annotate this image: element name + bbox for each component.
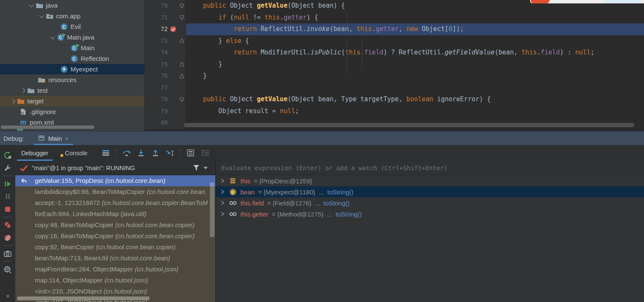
frame-row[interactable]: <init>:210, JSONObject (cn.hutool.json) — [15, 286, 215, 297]
tree-item-target[interactable]: target — [0, 96, 144, 106]
this-value-icon — [230, 178, 235, 183]
fold-marker-icon[interactable] — [180, 38, 184, 43]
chevron-down-icon[interactable] — [203, 167, 208, 169]
variable-row-this.getter[interactable]: this.getter= {Method@1275}...toString() — [216, 208, 644, 219]
chevron-right-icon[interactable] — [10, 99, 15, 103]
fold-marker-icon[interactable] — [180, 3, 184, 9]
view-breakpoints-button[interactable] — [0, 219, 15, 231]
wrench-button[interactable] — [0, 162, 15, 174]
code-line-71[interactable]: if (null != this.getter) { — [186, 12, 644, 24]
frame-row[interactable]: accept:-1, 1213216872 (cn.hutool.core.be… — [15, 197, 215, 208]
run-to-cursor-button[interactable] — [164, 147, 176, 160]
code-line-77[interactable] — [186, 82, 644, 94]
frame-location: copy:48, BeanToMapCopier — [35, 221, 115, 228]
variable-row-this[interactable]: this= {PropDesc@1259} — [216, 175, 644, 186]
indent-guide — [362, 24, 362, 70]
chevron-down-icon[interactable] — [29, 2, 34, 7]
tree-item-resources[interactable]: resources — [0, 74, 144, 85]
tree-item-label: Main.java — [67, 34, 94, 41]
fold-marker-icon[interactable] — [180, 97, 184, 102]
filter-funnel-icon[interactable] — [193, 165, 200, 171]
chevron-down-icon[interactable] — [39, 13, 44, 17]
step-into-button[interactable] — [135, 147, 147, 160]
stop-button[interactable] — [0, 203, 15, 216]
tostring-link[interactable]: toString() — [328, 188, 354, 196]
tostring-link[interactable]: toString() — [324, 199, 350, 207]
resume-button[interactable] — [0, 177, 15, 190]
tree-item-test[interactable]: test — [0, 85, 144, 96]
code-line-78[interactable]: public Object getValue(Object bean, Type… — [186, 94, 644, 105]
frame-row[interactable]: forEach:684, LinkedHashMap (java.util) — [15, 208, 215, 219]
rerun-icon — [3, 151, 12, 160]
variable-row-this.field[interactable]: this.field= {Field@1276}...toString() — [216, 197, 644, 208]
settings-dim-button[interactable] — [199, 147, 212, 160]
debug-session-tab-main[interactable]: Main × — [34, 131, 73, 145]
variables-list: this= {PropDesc@1259}pbean= {Myexpect@11… — [216, 175, 644, 219]
code-line-74[interactable]: return ModifierUtil.isPublic(this.field)… — [186, 47, 644, 59]
variable-row-bean[interactable]: pbean= {Myexpect@1180}...toString() — [216, 186, 644, 197]
frame-row[interactable]: lambda$copy$0:66, BeanToMapCopier (cn.hu… — [15, 186, 215, 197]
more-button[interactable]: » — [0, 289, 15, 302]
chevron-right-icon[interactable] — [221, 200, 224, 205]
frame-row[interactable]: beanToMap:713, BeanUtil (cn.hutool.core.… — [15, 253, 215, 264]
evaluate-expression-button[interactable] — [184, 147, 197, 160]
chevron-right-icon[interactable] — [221, 178, 224, 183]
code-line-73[interactable]: } else { — [186, 35, 644, 47]
popup-highlight-fragment — [605, 0, 641, 3]
frame-row[interactable]: copy:16, BeanToMapCopier (cn.hutool.core… — [15, 231, 215, 242]
lines3-button[interactable] — [99, 147, 112, 160]
frame-location: lambda$copy$0:66, BeanToMapCopier — [35, 188, 147, 195]
chevron-right-icon[interactable] — [20, 88, 25, 93]
frame-row[interactable]: copy:92, BeanCopier (cn.hutool.core.bean… — [15, 242, 215, 253]
tree-item-com.app[interactable]: com.app — [0, 11, 144, 21]
close-icon[interactable]: × — [65, 135, 69, 142]
tab-console[interactable]: Console — [54, 145, 93, 161]
tree-item-Main.java[interactable]: CMain.java — [0, 32, 144, 43]
frame-row[interactable]: map:114, ObjectMapper (cn.hutool.json) — [15, 275, 215, 286]
line-number: 76 — [145, 70, 168, 82]
editor-horizontal-scrollbar[interactable] — [184, 123, 634, 127]
code-line-76[interactable]: } — [186, 70, 644, 82]
frames-horizontal-scrollbar[interactable] — [17, 296, 150, 300]
frame-package: (cn.hutool.core.bean. — [147, 188, 207, 195]
code-line-72[interactable]: return ReflectUtil.invoke(bean, this.get… — [186, 23, 644, 35]
thread-selector[interactable]: "main"@1 in group "main": RUNNING — [15, 161, 215, 175]
chevron-down-icon[interactable] — [50, 34, 55, 39]
class-icon: C — [59, 23, 68, 30]
tree-item-java[interactable]: java — [0, 0, 144, 11]
code-line-79[interactable]: Object result = null; — [186, 105, 644, 117]
editor-gutter: 77 — [145, 82, 186, 94]
mute-breakpoints-button[interactable] — [0, 231, 15, 244]
frames-vertical-scrollbar[interactable] — [210, 182, 215, 237]
breakpoint-icon[interactable] — [170, 26, 176, 32]
project-tree-horizontal-scrollbar[interactable] — [1, 125, 94, 129]
step-out-button[interactable] — [149, 147, 162, 160]
evaluate-expression-input[interactable]: Evaluate expression (Enter) or add a wat… — [216, 161, 644, 175]
variable-value: = {Myexpect@1180} — [258, 188, 315, 196]
thread-dump-button[interactable] — [0, 247, 15, 260]
pause-icon — [5, 194, 11, 199]
chevron-right-icon[interactable] — [221, 211, 224, 217]
settings-button[interactable] — [0, 263, 15, 276]
code-editor[interactable]: 70public Object getValue(Object bean) {7… — [145, 0, 644, 131]
step-over-button[interactable] — [120, 147, 133, 160]
chevron-right-icon[interactable] — [221, 189, 224, 194]
tostring-link[interactable]: toString() — [336, 211, 362, 218]
tree-item-Main[interactable]: CMain — [0, 43, 144, 53]
frame-row[interactable]: getValue:155, PropDesc (cn.hutool.core.b… — [15, 175, 215, 186]
fold-marker-icon[interactable] — [180, 15, 184, 20]
fold-marker-icon[interactable] — [180, 62, 184, 67]
fold-marker-icon[interactable] — [180, 74, 184, 79]
tree-item-Reflection[interactable]: CReflection — [0, 53, 144, 64]
tree-item-Myexpect[interactable]: Myexpect — [0, 64, 144, 74]
rerun-button[interactable] — [0, 149, 15, 162]
folder-icon — [35, 3, 44, 8]
frame-row[interactable]: copy:48, BeanToMapCopier (cn.hutool.core… — [15, 219, 215, 231]
pause-button[interactable] — [0, 190, 15, 203]
code-line-75[interactable]: } — [186, 59, 644, 71]
tree-item-.gitignore[interactable]: .gitignore — [0, 106, 144, 117]
tab-debugger[interactable]: Debugger — [15, 145, 54, 161]
tree-item-Evil[interactable]: CEvil — [0, 21, 144, 32]
frame-row[interactable]: mapFromBean:264, ObjectMapper (cn.hutool… — [15, 264, 215, 275]
editor-gutter: 75 — [145, 59, 186, 71]
